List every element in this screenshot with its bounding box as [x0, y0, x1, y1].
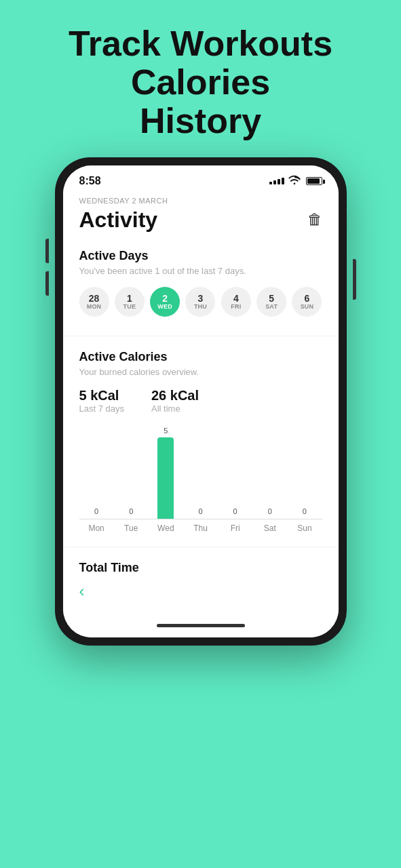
calories-chart: 0 0 5 0 0: [79, 425, 322, 533]
page-title: Activity: [79, 208, 158, 233]
date-label: WEDNESDAY 2 MARCH: [79, 197, 322, 205]
active-calories-title: Active Calories: [79, 350, 322, 364]
bar-val-fri: 0: [233, 507, 237, 515]
wifi-icon: [288, 175, 301, 186]
chart-label-mon: Mon: [79, 524, 114, 533]
bar-val-sun: 0: [303, 507, 307, 515]
day-fri[interactable]: 4 FRI: [221, 287, 251, 317]
total-time-section: Total Time: [79, 561, 322, 575]
volume-down-button: [45, 271, 49, 296]
day-num-tue: 1: [127, 294, 132, 303]
day-mon[interactable]: 28 MON: [79, 287, 109, 317]
days-row: 28 MON 1 TUE 2 WED: [79, 287, 322, 317]
divider-2: [63, 547, 339, 547]
bar-col-mon: 0: [79, 425, 114, 519]
phone-shell: 8:58 WEDNESDAY 2 MARCH: [55, 157, 347, 646]
power-button: [353, 259, 356, 300]
hero-section: Track Workouts Calories History: [69, 24, 332, 141]
chart-label-thu: Thu: [183, 524, 218, 533]
day-abbr-thu: THU: [194, 303, 207, 310]
day-abbr-tue: TUE: [123, 303, 136, 310]
bar-col-sun: 0: [287, 425, 322, 519]
chart-label-sat: Sat: [252, 524, 287, 533]
status-time: 8:58: [79, 175, 101, 187]
bar-val-thu: 0: [198, 507, 202, 515]
day-circle-sat: 5 SAT: [256, 287, 286, 317]
day-num-wed: 2: [162, 294, 168, 303]
battery-icon: [306, 177, 322, 185]
volume-up-button: [45, 239, 49, 263]
day-num-thu: 3: [198, 294, 204, 303]
chart-label-tue: Tue: [114, 524, 149, 533]
day-circle-mon: 28 MON: [79, 287, 109, 317]
bar-val-mon: 0: [94, 507, 98, 515]
day-num-fri: 4: [233, 294, 239, 303]
day-circle-thu: 3 THU: [185, 287, 215, 317]
bar-col-sat: 0: [252, 425, 287, 519]
day-tue[interactable]: 1 TUE: [115, 287, 145, 317]
bar-col-wed: 5: [149, 425, 183, 519]
cal-stat-7days: 5 kCal Last 7 days: [79, 388, 125, 414]
chart-label-wed: Wed: [149, 524, 183, 533]
chart-area: 0 0 5 0 0: [79, 425, 322, 519]
phone-screen: 8:58 WEDNESDAY 2 MARCH: [63, 165, 339, 637]
cal-stat-alltime-val: 26 kCal: [151, 388, 199, 403]
active-calories-desc: Your burned calories overview.: [79, 367, 322, 377]
day-circle-sun: 6 SUN: [292, 287, 322, 317]
hero-line3: History: [140, 101, 261, 140]
hero-line1: Track Workouts: [69, 24, 332, 63]
cal-stat-alltime: 26 kCal All time: [151, 388, 199, 414]
day-num-sun: 6: [305, 294, 310, 303]
day-wed[interactable]: 2 WED: [150, 287, 180, 317]
page-title-row: Activity 🗑: [79, 208, 322, 233]
cal-stat-7days-label: Last 7 days: [79, 403, 125, 414]
day-circle-tue: 1 TUE: [115, 287, 145, 317]
day-sat[interactable]: 5 SAT: [256, 287, 286, 317]
bar-col-thu: 0: [183, 425, 218, 519]
day-abbr-wed: WED: [157, 303, 172, 310]
chart-label-fri: Fri: [218, 524, 252, 533]
divider-1: [63, 336, 339, 336]
chart-label-sun: Sun: [287, 524, 322, 533]
status-icons: [269, 175, 322, 186]
day-abbr-fri: FRI: [231, 303, 241, 310]
bar-val-tue: 0: [129, 507, 133, 515]
day-abbr-mon: MON: [87, 303, 102, 310]
calories-stats: 5 kCal Last 7 days 26 kCal All time: [79, 388, 322, 414]
day-thu[interactable]: 3 THU: [185, 287, 215, 317]
day-sun[interactable]: 6 SUN: [292, 287, 322, 317]
home-bar: [157, 624, 245, 627]
bar-col-tue: 0: [114, 425, 149, 519]
active-days-desc: You've been active 1 out of the last 7 d…: [79, 266, 322, 276]
day-num-sat: 5: [269, 294, 274, 303]
active-days-title: Active Days: [79, 249, 322, 263]
signal-icon: [269, 178, 284, 184]
delete-icon[interactable]: 🗑: [307, 211, 322, 229]
day-abbr-sat: SAT: [265, 303, 278, 310]
day-circle-fri: 4 FRI: [221, 287, 251, 317]
total-time-title: Total Time: [79, 561, 322, 575]
day-num-mon: 28: [89, 294, 100, 303]
bar-val-wed: 5: [164, 427, 168, 435]
home-indicator: [63, 614, 339, 637]
day-abbr-sun: SUN: [301, 303, 314, 310]
bar-val-sat: 0: [268, 507, 272, 515]
day-circle-wed: 2 WED: [150, 287, 180, 317]
status-bar: 8:58: [63, 165, 339, 191]
cal-stat-alltime-label: All time: [151, 403, 199, 414]
cal-stat-7days-val: 5 kCal: [79, 388, 125, 403]
hero-line2: Calories: [131, 62, 270, 102]
bar-col-fri: 0: [218, 425, 252, 519]
back-button[interactable]: ‹: [79, 582, 322, 601]
app-content: WEDNESDAY 2 MARCH Activity 🗑 Active Days…: [63, 191, 339, 614]
chart-labels: Mon Tue Wed Thu Fri Sat Sun: [79, 524, 322, 533]
